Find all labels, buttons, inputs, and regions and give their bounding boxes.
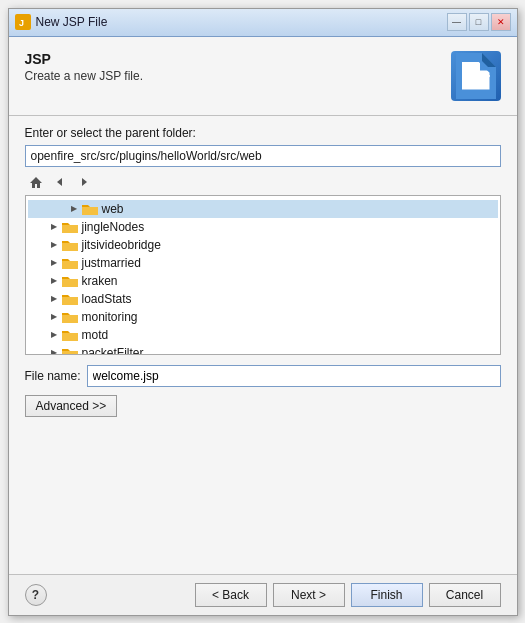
header-text: JSP Create a new JSP file. xyxy=(25,51,144,83)
content-area: JSP Create a new JSP file. Enter or sele… xyxy=(9,37,517,574)
home-button[interactable] xyxy=(25,173,47,191)
tree-item-web[interactable]: ▶ web xyxy=(28,200,498,218)
tree-item-jitsivideobridge[interactable]: ▶ jitsivideobridge xyxy=(28,236,498,254)
tree-label-kraken: kraken xyxy=(82,274,118,288)
close-button[interactable]: ✕ xyxy=(491,13,511,31)
folder-icon-monitoring xyxy=(62,310,78,323)
svg-marker-9 xyxy=(82,178,87,186)
expand-arrow-jitsivideobridge: ▶ xyxy=(48,239,60,251)
svg-marker-8 xyxy=(57,178,62,186)
finish-button[interactable]: Finish xyxy=(351,583,423,607)
svg-marker-7 xyxy=(30,177,42,188)
tree-item-loadStats[interactable]: ▶ loadStats xyxy=(28,290,498,308)
header-section: JSP Create a new JSP file. xyxy=(25,51,501,101)
folder-icon-jitsivideobridge xyxy=(62,238,78,251)
filename-input[interactable] xyxy=(87,365,501,387)
folder-icon-packetFilter xyxy=(62,346,78,355)
folder-icon-web xyxy=(82,202,98,215)
tree-item-kraken[interactable]: ▶ kraken xyxy=(28,272,498,290)
titlebar-controls: — □ ✕ xyxy=(447,13,511,31)
tree-label-jitsivideobridge: jitsivideobridge xyxy=(82,238,161,252)
window-title: New JSP File xyxy=(36,15,108,29)
expand-arrow-motd: ▶ xyxy=(48,329,60,341)
svg-rect-6 xyxy=(462,87,486,89)
tree-item-justmarried[interactable]: ▶ justmarried xyxy=(28,254,498,272)
bottom-buttons: < Back Next > Finish Cancel xyxy=(195,583,501,607)
expand-arrow-jingleNodes: ▶ xyxy=(48,221,60,233)
filename-row: File name: xyxy=(25,365,501,387)
tree-label-motd: motd xyxy=(82,328,109,342)
help-button[interactable]: ? xyxy=(25,584,47,606)
folder-icon-jingleNodes xyxy=(62,220,78,233)
tree-item-monitoring[interactable]: ▶ monitoring xyxy=(28,308,498,326)
advanced-button[interactable]: Advanced >> xyxy=(25,395,118,417)
expand-arrow-monitoring: ▶ xyxy=(48,311,60,323)
titlebar-left: J New JSP File xyxy=(15,14,108,30)
bottom-bar: ? < Back Next > Finish Cancel xyxy=(9,574,517,615)
tree-item-jingleNodes[interactable]: ▶ jingleNodes xyxy=(28,218,498,236)
back-nav-button[interactable] xyxy=(49,173,71,191)
filename-label: File name: xyxy=(25,369,81,383)
svg-rect-4 xyxy=(462,75,490,77)
svg-text:J: J xyxy=(19,18,24,28)
tree-label-jingleNodes: jingleNodes xyxy=(82,220,145,234)
tree-item-packetFilter[interactable]: ▶ packetFilter xyxy=(28,344,498,355)
folder-icon-motd xyxy=(62,328,78,341)
svg-rect-5 xyxy=(462,81,482,83)
expand-arrow-justmarried: ▶ xyxy=(48,257,60,269)
header-divider xyxy=(9,115,517,116)
folder-path-input[interactable] xyxy=(25,145,501,167)
advanced-section: Advanced >> xyxy=(25,395,501,417)
wizard-subtitle: Create a new JSP file. xyxy=(25,69,144,83)
expand-arrow-packetFilter: ▶ xyxy=(48,347,60,355)
expand-arrow-web: ▶ xyxy=(68,203,80,215)
wizard-title: JSP xyxy=(25,51,144,67)
expand-arrow-kraken: ▶ xyxy=(48,275,60,287)
tree-label-web: web xyxy=(102,202,124,216)
next-button[interactable]: Next > xyxy=(273,583,345,607)
tree-label-packetFilter: packetFilter xyxy=(82,346,144,355)
tree-label-justmarried: justmarried xyxy=(82,256,141,270)
forward-nav-button[interactable] xyxy=(73,173,95,191)
tree-label-monitoring: monitoring xyxy=(82,310,138,324)
maximize-button[interactable]: □ xyxy=(469,13,489,31)
bottom-left: ? xyxy=(25,584,47,606)
tree-item-motd[interactable]: ▶ motd xyxy=(28,326,498,344)
folder-tree[interactable]: ▶ web ▶ jingleNodes ▶ jitsivi xyxy=(25,195,501,355)
tree-label-loadStats: loadStats xyxy=(82,292,132,306)
folder-icon-justmarried xyxy=(62,256,78,269)
back-button[interactable]: < Back xyxy=(195,583,267,607)
svg-marker-3 xyxy=(482,53,496,67)
dialog-window: J New JSP File — □ ✕ JSP Create a new JS… xyxy=(8,8,518,616)
expand-arrow-loadStats: ▶ xyxy=(48,293,60,305)
wizard-icon xyxy=(451,51,501,101)
folder-icon-kraken xyxy=(62,274,78,287)
titlebar: J New JSP File — □ ✕ xyxy=(9,9,517,37)
folder-label: Enter or select the parent folder: xyxy=(25,126,501,140)
window-icon: J xyxy=(15,14,31,30)
minimize-button[interactable]: — xyxy=(447,13,467,31)
cancel-button[interactable]: Cancel xyxy=(429,583,501,607)
folder-icon-loadStats xyxy=(62,292,78,305)
